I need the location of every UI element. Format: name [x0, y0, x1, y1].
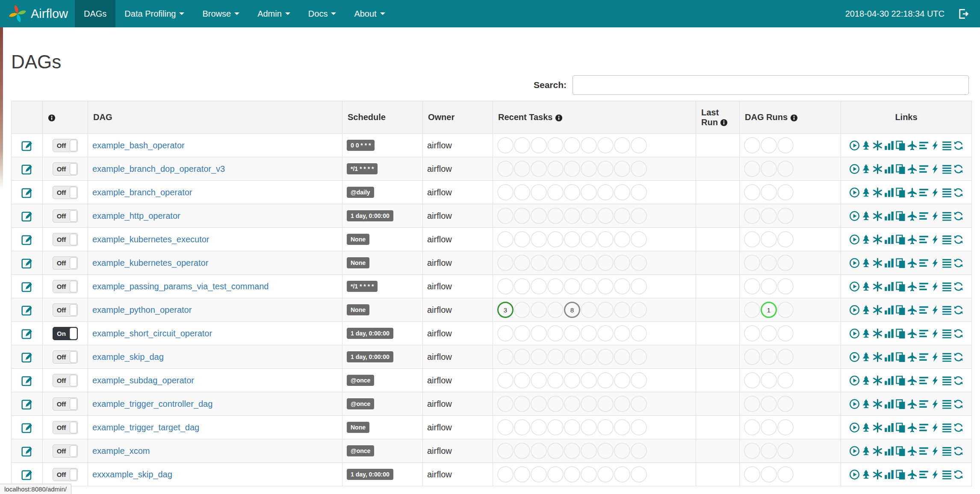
edit-dag-icon[interactable] — [21, 469, 33, 480]
task-duration-icon[interactable] — [884, 469, 894, 480]
trigger-dag-icon[interactable] — [849, 305, 860, 315]
task-duration-icon[interactable] — [884, 352, 894, 362]
dag-link[interactable]: example_kubernetes_executor — [92, 235, 210, 244]
dag-pause-toggle[interactable]: Off — [53, 374, 78, 387]
edit-dag-icon[interactable] — [21, 140, 33, 151]
dag-link[interactable]: example_xcom — [92, 446, 150, 456]
edit-dag-icon[interactable] — [21, 398, 33, 410]
task-tries-icon[interactable] — [895, 187, 906, 198]
task-duration-icon[interactable] — [884, 375, 894, 386]
refresh-icon[interactable] — [953, 140, 964, 151]
edit-dag-icon[interactable] — [21, 210, 33, 222]
gantt-view-icon[interactable] — [918, 164, 929, 174]
task-tries-icon[interactable] — [895, 305, 906, 315]
trigger-dag-icon[interactable] — [849, 399, 860, 409]
trigger-dag-icon[interactable] — [849, 140, 860, 151]
trigger-dag-icon[interactable] — [849, 258, 860, 268]
dag-link[interactable]: example_branch_dop_operator_v3 — [92, 164, 225, 173]
code-view-icon[interactable] — [930, 234, 941, 245]
refresh-icon[interactable] — [953, 305, 964, 315]
tree-view-icon[interactable] — [861, 446, 871, 456]
code-view-icon[interactable] — [930, 446, 941, 456]
gantt-view-icon[interactable] — [918, 187, 929, 198]
code-view-icon[interactable] — [930, 328, 941, 339]
tree-view-icon[interactable] — [861, 328, 871, 339]
nav-item-dags[interactable]: DAGs — [75, 0, 115, 27]
trigger-dag-icon[interactable] — [849, 187, 860, 198]
landing-times-icon[interactable] — [907, 446, 918, 456]
nav-item-about[interactable]: About — [345, 0, 394, 27]
gantt-view-icon[interactable] — [918, 328, 929, 339]
col-header-dag[interactable]: DAG — [88, 101, 342, 134]
graph-view-icon[interactable] — [872, 328, 883, 339]
task-tries-icon[interactable] — [895, 211, 906, 221]
recent-task-state-circle[interactable]: 3 — [497, 302, 514, 318]
trigger-dag-icon[interactable] — [849, 281, 860, 292]
code-view-icon[interactable] — [930, 187, 941, 198]
edit-dag-icon[interactable] — [21, 281, 33, 292]
gantt-view-icon[interactable] — [918, 422, 929, 433]
task-duration-icon[interactable] — [884, 211, 894, 221]
log-icon[interactable] — [942, 211, 952, 221]
edit-dag-icon[interactable] — [21, 257, 33, 269]
edit-dag-icon[interactable] — [21, 187, 33, 198]
landing-times-icon[interactable] — [907, 140, 918, 151]
dag-pause-toggle[interactable]: Off — [53, 233, 78, 246]
graph-view-icon[interactable] — [872, 140, 883, 151]
nav-item-docs[interactable]: Docs — [299, 0, 345, 27]
trigger-dag-icon[interactable] — [849, 234, 860, 245]
task-tries-icon[interactable] — [895, 140, 906, 151]
task-tries-icon[interactable] — [895, 328, 906, 339]
task-duration-icon[interactable] — [884, 281, 894, 292]
tree-view-icon[interactable] — [861, 422, 871, 433]
tree-view-icon[interactable] — [861, 211, 871, 221]
tree-view-icon[interactable] — [861, 187, 871, 198]
dag-link[interactable]: example_subdag_operator — [92, 376, 194, 385]
code-view-icon[interactable] — [930, 305, 941, 315]
edit-dag-icon[interactable] — [21, 328, 33, 339]
dag-pause-toggle[interactable]: Off — [53, 186, 78, 199]
task-duration-icon[interactable] — [884, 446, 894, 456]
graph-view-icon[interactable] — [872, 281, 883, 292]
trigger-dag-icon[interactable] — [849, 422, 860, 433]
nav-item-browse[interactable]: Browse — [193, 0, 248, 27]
landing-times-icon[interactable] — [907, 422, 918, 433]
col-header-recent-tasks[interactable]: Recent Tasks — [493, 101, 696, 134]
task-tries-icon[interactable] — [895, 281, 906, 292]
search-input[interactable] — [573, 75, 969, 95]
graph-view-icon[interactable] — [872, 211, 883, 221]
task-duration-icon[interactable] — [884, 328, 894, 339]
gantt-view-icon[interactable] — [918, 258, 929, 268]
code-view-icon[interactable] — [930, 164, 941, 174]
gantt-view-icon[interactable] — [918, 211, 929, 221]
edit-dag-icon[interactable] — [21, 422, 33, 433]
dag-link[interactable]: example_trigger_controller_dag — [92, 399, 213, 409]
log-icon[interactable] — [942, 375, 952, 386]
trigger-dag-icon[interactable] — [849, 352, 860, 362]
dag-pause-toggle[interactable]: Off — [53, 421, 78, 434]
dag-pause-toggle[interactable]: Off — [53, 209, 78, 223]
log-icon[interactable] — [942, 352, 952, 362]
code-view-icon[interactable] — [930, 399, 941, 409]
dag-link[interactable]: exxxample_skip_dag — [92, 470, 172, 479]
gantt-view-icon[interactable] — [918, 281, 929, 292]
edit-dag-icon[interactable] — [21, 304, 33, 316]
task-duration-icon[interactable] — [884, 164, 894, 174]
col-header-schedule[interactable]: Schedule — [342, 101, 423, 134]
landing-times-icon[interactable] — [907, 187, 918, 198]
code-view-icon[interactable] — [930, 258, 941, 268]
dag-link[interactable]: example_python_operator — [92, 305, 192, 315]
refresh-icon[interactable] — [953, 187, 964, 198]
gantt-view-icon[interactable] — [918, 234, 929, 245]
task-tries-icon[interactable] — [895, 399, 906, 409]
log-icon[interactable] — [942, 446, 952, 456]
dag-link[interactable]: example_branch_operator — [92, 188, 192, 197]
refresh-icon[interactable] — [953, 234, 964, 245]
graph-view-icon[interactable] — [872, 446, 883, 456]
graph-view-icon[interactable] — [872, 164, 883, 174]
trigger-dag-icon[interactable] — [849, 164, 860, 174]
landing-times-icon[interactable] — [907, 469, 918, 480]
landing-times-icon[interactable] — [907, 211, 918, 221]
graph-view-icon[interactable] — [872, 422, 883, 433]
edit-dag-icon[interactable] — [21, 351, 33, 363]
